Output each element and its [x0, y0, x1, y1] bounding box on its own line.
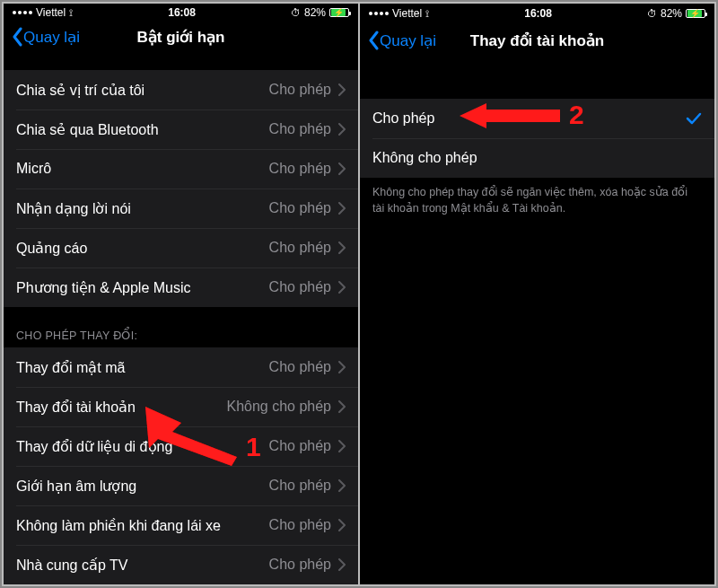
chevron-right-icon — [338, 123, 346, 136]
battery-icon: ⚡ — [329, 8, 349, 17]
nav-bar: Quay lại Bật giới hạn — [4, 20, 358, 54]
battery-icon: ⚡ — [686, 9, 705, 18]
row-value: Cho phép — [269, 438, 331, 454]
chevron-right-icon — [338, 479, 346, 492]
chevron-right-icon — [338, 281, 346, 294]
section-privacy: Chia sẻ vị trí của tôi Cho phép Chia sẻ … — [4, 70, 358, 307]
chevron-right-icon — [338, 241, 346, 254]
row-tv-provider[interactable]: Nhà cung cấp TV Cho phép — [4, 545, 358, 584]
check-icon — [686, 112, 702, 125]
row-label: Thay đổi mật mã — [16, 359, 125, 376]
back-button[interactable]: Quay lại — [11, 27, 80, 47]
signal-icon — [369, 12, 389, 15]
row-share-bluetooth[interactable]: Chia sẻ qua Bluetooth Cho phép — [4, 110, 358, 149]
row-option-disallow[interactable]: Không cho phép — [360, 138, 714, 178]
chevron-right-icon — [338, 400, 346, 413]
row-label: Chia sẻ vị trí của tôi — [16, 82, 144, 99]
row-value: Cho phép — [269, 82, 331, 98]
chevron-left-icon — [11, 27, 23, 47]
row-label: Cho phép — [372, 110, 434, 127]
row-passcode-changes[interactable]: Thay đổi mật mã Cho phép — [4, 347, 358, 387]
clock-label: 16:08 — [524, 7, 552, 20]
row-value: Không cho phép — [226, 399, 331, 415]
row-label: Quảng cáo — [16, 240, 87, 257]
row-label: Không làm phiền khi đang lái xe — [16, 517, 221, 534]
carrier-label: Viettel — [36, 6, 66, 19]
alarm-icon: ⏱ — [647, 8, 657, 19]
section-account-change-options: Cho phép Không cho phép — [360, 99, 714, 178]
row-value: Cho phép — [269, 359, 331, 375]
row-value: Cho phép — [269, 121, 331, 137]
row-cellular-changes[interactable]: Thay đổi dữ liệu di động Cho phép — [4, 426, 358, 466]
row-value: Cho phép — [269, 200, 331, 216]
back-button[interactable]: Quay lại — [367, 31, 436, 50]
row-label: Chia sẻ qua Bluetooth — [16, 121, 159, 138]
row-microphone[interactable]: Micrô Cho phép — [4, 149, 358, 189]
phone-right: Viettel ⟟ 16:08 ⏱ 82% ⚡ Quay lại Thay đổ… — [360, 4, 714, 584]
row-account-changes[interactable]: Thay đổi tài khoản Không cho phép — [4, 387, 358, 426]
alarm-icon: ⏱ — [291, 7, 301, 18]
back-label: Quay lại — [380, 31, 436, 50]
row-share-location[interactable]: Chia sẻ vị trí của tôi Cho phép — [4, 70, 358, 110]
signal-icon — [13, 11, 32, 14]
row-advertising[interactable]: Quảng cáo Cho phép — [4, 228, 358, 268]
chevron-right-icon — [338, 440, 346, 452]
row-value: Cho phép — [269, 240, 331, 256]
chevron-left-icon — [367, 31, 380, 50]
row-value: Cho phép — [269, 557, 331, 573]
row-label: Phương tiện & Apple Music — [16, 279, 191, 296]
chevron-right-icon — [338, 83, 346, 96]
row-label: Thay đổi dữ liệu di động — [16, 438, 172, 455]
wifi-icon: ⟟ — [69, 7, 73, 19]
row-value: Cho phép — [269, 478, 331, 494]
row-label: Không cho phép — [372, 150, 477, 166]
section-allow-changes: CHO PHÉP THAY ĐỔI: Thay đổi mật mã Cho p… — [4, 323, 358, 584]
status-bar: Viettel ⟟ 16:08 ⏱ 82% ⚡ — [360, 4, 714, 22]
chevron-right-icon — [338, 519, 346, 531]
back-label: Quay lại — [23, 28, 80, 47]
row-dnd-while-driving[interactable]: Không làm phiền khi đang lái xe Cho phép — [4, 505, 358, 545]
chevron-right-icon — [338, 202, 346, 215]
nav-bar: Quay lại Thay đổi tài khoản — [360, 22, 714, 59]
chevron-right-icon — [338, 361, 346, 373]
section-header: CHO PHÉP THAY ĐỔI: — [4, 323, 358, 347]
chevron-right-icon — [338, 558, 346, 571]
row-label: Nhà cung cấp TV — [16, 557, 127, 574]
row-value: Cho phép — [269, 161, 331, 177]
section-footer-note: Không cho phép thay đổi sẽ ngăn việc thê… — [360, 178, 714, 216]
clock-label: 16:08 — [168, 6, 196, 19]
row-label: Nhận dạng lời nói — [16, 200, 131, 217]
row-speech-recognition[interactable]: Nhận dạng lời nói Cho phép — [4, 189, 358, 228]
carrier-label: Viettel — [392, 7, 422, 20]
status-bar: Viettel ⟟ 16:08 ⏱ 82% ⚡ — [4, 4, 358, 20]
phone-left: Viettel ⟟ 16:08 ⏱ 82% ⚡ Quay lại Bật giớ… — [4, 4, 358, 584]
battery-pct-label: 82% — [304, 6, 326, 19]
row-value: Cho phép — [269, 279, 331, 295]
row-label: Micrô — [16, 161, 51, 177]
row-label: Giới hạn âm lượng — [16, 478, 136, 495]
row-value: Cho phép — [269, 517, 331, 533]
row-label: Thay đổi tài khoản — [16, 399, 136, 416]
wifi-icon: ⟟ — [425, 8, 429, 20]
row-volume-limit[interactable]: Giới hạn âm lượng Cho phép — [4, 466, 358, 505]
row-media-apple-music[interactable]: Phương tiện & Apple Music Cho phép — [4, 268, 358, 307]
row-option-allow[interactable]: Cho phép — [360, 99, 714, 138]
battery-pct-label: 82% — [661, 7, 682, 20]
chevron-right-icon — [338, 162, 346, 175]
